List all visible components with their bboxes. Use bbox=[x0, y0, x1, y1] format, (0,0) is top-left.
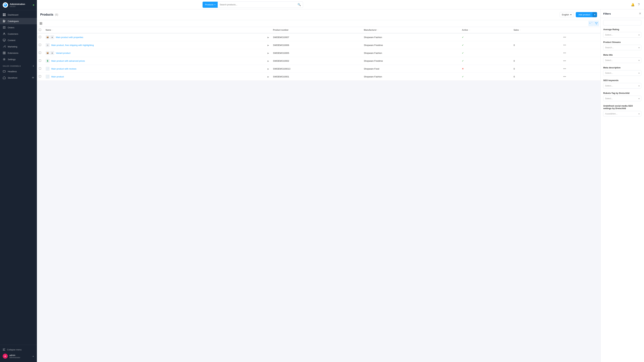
sidebar-item-orders[interactable]: Orders bbox=[0, 24, 37, 31]
filter-select-meta_description[interactable]: Select... bbox=[603, 70, 641, 76]
customers-icon bbox=[3, 32, 6, 35]
eye-icon bbox=[32, 76, 34, 79]
search-button[interactable]: 🔍 bbox=[296, 3, 303, 6]
user-area[interactable]: A admin Administrator ▲ bbox=[3, 352, 34, 360]
dashboard-icon bbox=[3, 13, 6, 16]
product-icons: 💲 bbox=[46, 59, 50, 63]
select-all-header bbox=[37, 27, 44, 33]
add-product-button[interactable]: Add product ▾ bbox=[576, 12, 597, 17]
row-expand-cell: ▶ bbox=[266, 49, 271, 57]
row-sales-cell: 0 bbox=[512, 65, 560, 73]
actions-header bbox=[560, 27, 600, 33]
sidebar-item-settings[interactable]: Settings bbox=[0, 56, 37, 62]
avatar: A bbox=[3, 354, 8, 359]
sidebar-item-label: Marketing bbox=[8, 45, 17, 48]
row-checkbox[interactable] bbox=[39, 52, 41, 54]
row-expand-button[interactable]: ▶ bbox=[268, 76, 269, 78]
sidebar-item-extensions[interactable]: Extensions bbox=[0, 50, 37, 56]
product-name[interactable]: Variant product bbox=[56, 52, 70, 54]
row-expand-button[interactable]: ▶ bbox=[268, 52, 269, 54]
row-checkbox-cell bbox=[37, 57, 44, 65]
row-active-cell: ✓ bbox=[460, 33, 512, 41]
sidebar-item-label: Extensions bbox=[8, 52, 18, 54]
product-name[interactable]: Main product, free shipping with highlig… bbox=[51, 44, 94, 46]
product-type-icon: 📦 bbox=[46, 51, 50, 55]
sales-channels-label: Sales Channels bbox=[3, 65, 21, 67]
product-name[interactable]: Main product with reviews bbox=[51, 67, 76, 70]
product-name[interactable]: Main product with properties bbox=[56, 36, 83, 38]
row-expand-cell: ▶ bbox=[266, 73, 271, 81]
language-selector[interactable]: English ▾ bbox=[560, 12, 574, 17]
product-name[interactable]: Main product bbox=[51, 75, 64, 78]
row-checkbox[interactable] bbox=[39, 59, 41, 62]
row-expand-button[interactable]: ▶ bbox=[268, 44, 269, 46]
sidebar-item-storefront[interactable]: Storefront bbox=[0, 75, 37, 81]
row-checkbox-cell bbox=[37, 73, 44, 81]
sidebar-item-label: Content bbox=[8, 39, 16, 41]
row-name-cell: 📦◈ Variant product bbox=[44, 49, 266, 57]
add-product-dropdown-icon[interactable]: ▾ bbox=[592, 12, 597, 17]
notifications-button[interactable]: 🔔 bbox=[630, 2, 636, 7]
svg-rect-7 bbox=[3, 22, 5, 22]
filter-close-button[interactable]: ✕ bbox=[639, 12, 641, 15]
table-row: 📦◈ Main product with properties ▶ SWDEMO… bbox=[37, 33, 600, 41]
svg-rect-18 bbox=[40, 22, 41, 25]
user-info: admin Administrator bbox=[10, 354, 30, 359]
select-all-checkbox[interactable] bbox=[39, 29, 41, 31]
filter-title: Filters bbox=[603, 12, 611, 15]
filter-select-average_rating[interactable]: Select... bbox=[603, 32, 641, 37]
row-expand-cell: ▶ bbox=[266, 33, 271, 41]
product-name[interactable]: Main product with advanced prices bbox=[51, 60, 85, 62]
sidebar-item-customers[interactable]: Customers bbox=[0, 31, 37, 37]
filter-search-input[interactable] bbox=[603, 20, 641, 25]
search-input[interactable] bbox=[218, 3, 296, 6]
filter-select-product_streams[interactable]: Search... bbox=[603, 45, 641, 50]
row-more-button[interactable]: ••• bbox=[562, 59, 567, 63]
row-more-button[interactable]: ••• bbox=[562, 66, 567, 71]
search-category-button[interactable]: Products ▾ bbox=[202, 2, 218, 8]
row-checkbox[interactable] bbox=[39, 44, 41, 46]
svg-rect-11 bbox=[4, 52, 5, 53]
refresh-button[interactable] bbox=[588, 21, 594, 26]
row-checkbox[interactable] bbox=[39, 67, 41, 69]
language-chevron-icon: ▾ bbox=[570, 13, 572, 16]
row-more-button[interactable]: ••• bbox=[562, 43, 567, 47]
svg-rect-17 bbox=[40, 22, 40, 25]
add-sales-channel-button[interactable]: + bbox=[32, 64, 34, 67]
filter-active-button[interactable] bbox=[594, 21, 599, 26]
table-row: 📄 Main product ▶ SWDEMO10001 Shopware Fa… bbox=[37, 73, 600, 81]
row-more-button[interactable]: ••• bbox=[562, 74, 567, 79]
row-more-button[interactable]: ••• bbox=[562, 35, 567, 39]
filter-select-social_media_seo[interactable]: Auswählen... bbox=[603, 111, 641, 116]
row-actions-cell: ••• bbox=[560, 41, 600, 49]
svg-rect-9 bbox=[3, 39, 5, 41]
table-settings-button[interactable] bbox=[38, 21, 44, 26]
row-active-cell: ✕ bbox=[460, 65, 512, 73]
row-manufacturer-cell: Shopware Fashion bbox=[362, 73, 460, 81]
row-name-cell: 💲 Main product with advanced prices bbox=[44, 57, 266, 65]
row-checkbox[interactable] bbox=[39, 75, 41, 77]
table-toolbar bbox=[37, 20, 600, 27]
row-checkbox[interactable] bbox=[39, 36, 41, 38]
svg-rect-1 bbox=[4, 13, 6, 14]
row-more-button[interactable]: ••• bbox=[562, 51, 567, 55]
filter-label-robots_tag: Robots-Tag by Dreischild bbox=[603, 92, 641, 94]
row-expand-button[interactable]: ▶ bbox=[268, 60, 269, 62]
row-number-cell: SWDEMO10001 bbox=[271, 73, 362, 81]
filter-select-seo_keywords[interactable]: Select... bbox=[603, 83, 641, 88]
sidebar-item-dashboard[interactable]: Dashboard bbox=[0, 11, 37, 18]
sidebar-item-catalogues[interactable]: Catalogues bbox=[0, 18, 37, 24]
help-button[interactable]: ? bbox=[637, 2, 641, 7]
svg-rect-6 bbox=[3, 21, 5, 22]
row-expand-button[interactable]: ▶ bbox=[268, 68, 269, 70]
filter-select-meta_title[interactable]: Select... bbox=[603, 57, 641, 63]
sidebar-item-headless[interactable]: Headless bbox=[0, 68, 37, 75]
sidebar-item-content[interactable]: Content bbox=[0, 37, 37, 43]
collapse-menu-button[interactable]: Collapse menu bbox=[3, 347, 34, 352]
sidebar-item-marketing[interactable]: Marketing bbox=[0, 43, 37, 50]
filter-select-robots_tag[interactable]: Select... bbox=[603, 96, 641, 101]
row-actions-cell: ••• bbox=[560, 49, 600, 57]
product-icons: 📄 bbox=[46, 75, 50, 79]
row-expand-button[interactable]: ▶ bbox=[268, 36, 269, 38]
active-checkmark: ✓ bbox=[462, 36, 464, 38]
